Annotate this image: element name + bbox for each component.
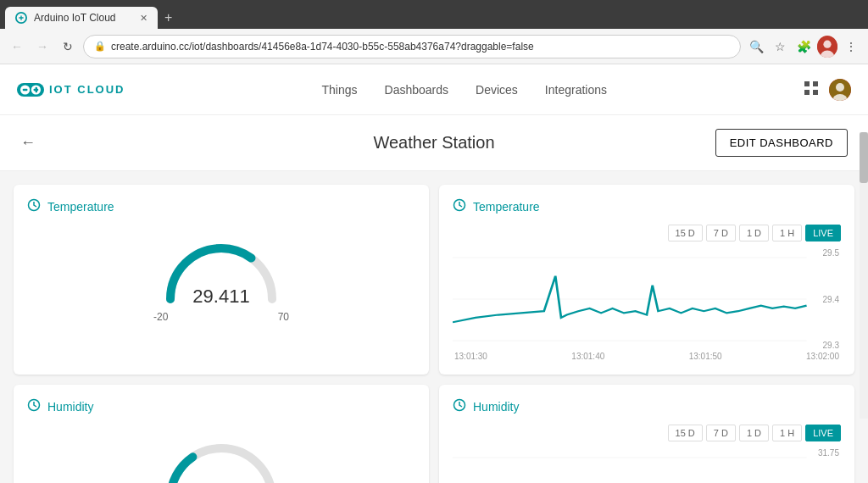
page-title: Weather Station: [373, 133, 494, 153]
profile-avatar: [817, 36, 837, 58]
toolbar-icons: 🔍 ☆ 🧩 ⋮: [746, 36, 861, 57]
filter-1d[interactable]: 1 D: [739, 225, 769, 242]
temperature-chart-area: 29.5 29.4 29.3: [453, 248, 841, 350]
temperature-min-label: -20: [153, 311, 168, 323]
humidity-gauge-title: Humidity: [47, 400, 93, 414]
temperature-chart-svg: [453, 248, 841, 350]
temperature-max-label: 70: [278, 311, 289, 323]
temperature-chart-widget: Temperature 15 D 7 D 1 D 1 H LIVE: [439, 185, 854, 375]
back-button[interactable]: ←: [20, 134, 36, 152]
temperature-chart-title: Temperature: [473, 200, 540, 214]
new-tab-button[interactable]: +: [158, 7, 179, 29]
humidity-y-axis: 31.75 31.5 31.25: [816, 448, 841, 483]
history-icon-2: [453, 198, 466, 214]
temperature-chart-controls: 15 D 7 D 1 D 1 H LIVE: [453, 225, 841, 242]
arduino-logo[interactable]: IOT CLOUD: [17, 76, 125, 103]
address-bar[interactable]: 🔒 create.arduino.cc/iot/dashboards/41456…: [83, 35, 741, 58]
temperature-gauge-widget: Temperature 29.411 -20 70: [14, 185, 429, 375]
x-label-1: 13:01:40: [571, 352, 604, 361]
hum-filter-live[interactable]: LIVE: [805, 425, 841, 441]
y-label-top: 29.5: [823, 248, 839, 258]
tab-favicon: [15, 12, 27, 24]
humidity-chart-header: Humidity: [453, 398, 841, 414]
svg-rect-11: [813, 81, 818, 86]
humidity-gauge-visual: 31.21%: [153, 431, 289, 483]
nav-dashboards[interactable]: Dashboards: [385, 83, 449, 97]
humidity-chart-controls: 15 D 7 D 1 D 1 H LIVE: [453, 425, 841, 441]
humidity-gauge-container: 31.21% 0 100: [27, 425, 415, 483]
refresh-button[interactable]: ↻: [58, 36, 78, 57]
temperature-gauge-visual: 29.411: [153, 231, 289, 308]
y-label-bottom: 29.3: [823, 341, 839, 350]
tab-title: Arduino IoT Cloud: [34, 12, 116, 24]
hum-y-label-top: 31.75: [818, 448, 839, 458]
nav-devices[interactable]: Devices: [476, 83, 518, 97]
logo-text: IOT CLOUD: [49, 83, 125, 96]
nav-integrations[interactable]: Integrations: [545, 83, 607, 97]
history-icon-4: [453, 398, 466, 414]
temperature-chart-header: Temperature: [453, 198, 841, 214]
humidity-chart-area: 31.75 31.5 31.25: [453, 448, 841, 483]
menu-icon[interactable]: ⋮: [841, 36, 861, 57]
history-icon-1: [27, 198, 41, 214]
edit-dashboard-button[interactable]: EDIT DASHBOARD: [715, 129, 848, 157]
humidity-chart-svg: [453, 448, 841, 483]
humidity-time-filters: 15 D 7 D 1 D 1 H LIVE: [668, 425, 841, 441]
grid-icon[interactable]: [804, 80, 819, 98]
y-label-mid: 29.4: [823, 295, 839, 304]
search-icon[interactable]: 🔍: [746, 36, 766, 57]
svg-rect-9: [36, 86, 37, 92]
svg-rect-13: [813, 90, 818, 95]
temperature-y-axis: 29.5 29.4 29.3: [821, 248, 841, 350]
temperature-gauge-container: 29.411 -20 70: [27, 225, 415, 330]
humidity-chart-title: Humidity: [473, 400, 519, 414]
history-icon-3: [27, 398, 41, 414]
lock-icon: 🔒: [94, 41, 106, 52]
filter-live[interactable]: LIVE: [805, 225, 841, 242]
hum-filter-15d[interactable]: 15 D: [668, 425, 703, 441]
humidity-chart-widget: Humidity 15 D 7 D 1 D 1 H LIVE: [439, 385, 854, 483]
active-tab[interactable]: Arduino IoT Cloud ✕: [5, 7, 158, 29]
svg-point-15: [836, 83, 844, 92]
app-nav: IOT CLOUD Things Dashboards Devices Inte…: [0, 64, 868, 115]
hum-filter-1h[interactable]: 1 H: [772, 425, 802, 441]
profile-button[interactable]: [817, 36, 837, 57]
forward-button[interactable]: →: [32, 36, 53, 57]
humidity-gauge-widget: Humidity 31.21% 0 100: [14, 385, 429, 483]
temperature-gauge-value: 29.411: [192, 286, 249, 308]
browser-toolbar: ← → ↻ 🔒 create.arduino.cc/iot/dashboards…: [0, 29, 868, 64]
x-label-3: 13:02:00: [806, 352, 839, 361]
arduino-logo-icon: [17, 76, 44, 103]
page-header: ← Weather Station EDIT DASHBOARD: [0, 115, 868, 171]
humidity-gauge-svg: [153, 431, 289, 483]
extensions-icon[interactable]: 🧩: [793, 36, 814, 57]
tab-close-button[interactable]: ✕: [140, 13, 147, 24]
nav-right: [804, 79, 851, 101]
nav-things[interactable]: Things: [322, 83, 358, 97]
tab-bar: Arduino IoT Cloud ✕ +: [0, 0, 868, 29]
browser-window: Arduino IoT Cloud ✕ + ← → ↻ 🔒 create.ard…: [0, 0, 868, 64]
filter-1h[interactable]: 1 H: [772, 225, 802, 242]
hum-filter-7d[interactable]: 7 D: [706, 425, 736, 441]
x-label-2: 13:01:50: [689, 352, 722, 361]
filter-15d[interactable]: 15 D: [668, 225, 703, 242]
temperature-time-filters: 15 D 7 D 1 D 1 H LIVE: [668, 225, 841, 242]
dashboard-grid: Temperature 29.411 -20 70: [0, 171, 868, 483]
humidity-gauge-header: Humidity: [27, 398, 415, 414]
url-text: create.arduino.cc/iot/dashboards/41456e8…: [111, 41, 534, 53]
x-label-0: 13:01:30: [454, 352, 487, 361]
scrollbar-thumb[interactable]: [860, 132, 868, 183]
bookmark-icon[interactable]: ☆: [770, 36, 790, 57]
temperature-gauge-header: Temperature: [27, 198, 415, 214]
scrollbar-track[interactable]: [860, 132, 868, 419]
svg-rect-10: [804, 81, 810, 86]
app-container: IOT CLOUD Things Dashboards Devices Inte…: [0, 64, 868, 483]
temperature-gauge-title: Temperature: [47, 200, 114, 214]
user-avatar[interactable]: [829, 79, 851, 101]
temperature-gauge-labels: -20 70: [153, 311, 289, 323]
svg-rect-7: [23, 88, 28, 90]
svg-rect-12: [804, 90, 810, 95]
hum-filter-1d[interactable]: 1 D: [739, 425, 769, 441]
filter-7d[interactable]: 7 D: [706, 225, 736, 242]
back-button[interactable]: ←: [7, 36, 27, 57]
